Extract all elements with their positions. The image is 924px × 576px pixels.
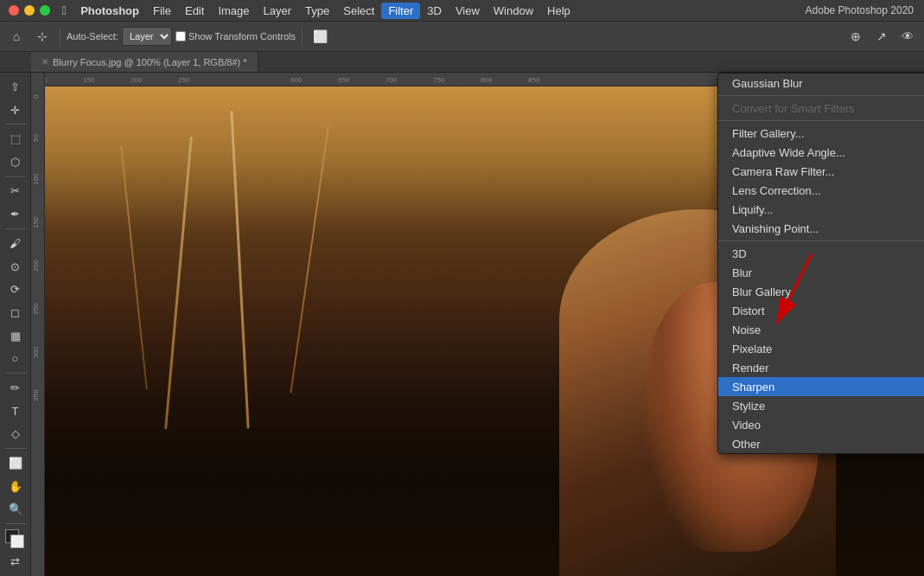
- tab-close-icon[interactable]: ✕: [41, 57, 48, 67]
- gradient-tool[interactable]: ▦: [3, 325, 28, 347]
- history-tool[interactable]: ⟳: [3, 278, 28, 300]
- svg-text:200: 200: [131, 76, 143, 84]
- menu-select[interactable]: Select: [336, 3, 381, 19]
- left-ruler: 0 50 100 150 200 250 300 350: [31, 73, 45, 576]
- eyedrop-tool[interactable]: ✒: [3, 203, 28, 225]
- menu-image[interactable]: Image: [211, 3, 256, 19]
- menu-camera-raw[interactable]: Camera Raw Filter... ⇧⌘A: [718, 162, 924, 181]
- toolbar-separator: [60, 28, 61, 45]
- svg-text:300: 300: [32, 346, 40, 358]
- svg-text:100: 100: [32, 173, 40, 185]
- svg-text:650: 650: [338, 76, 350, 84]
- transform-checkbox[interactable]: [175, 31, 186, 42]
- shape-tool[interactable]: ⬜: [3, 452, 28, 474]
- menu-vanishing-point[interactable]: Vanishing Point... ⌥⌘V: [718, 219, 924, 238]
- svg-rect-11: [31, 73, 45, 576]
- menu-noise[interactable]: Noise ▶: [718, 320, 924, 339]
- menu-other[interactable]: Other ▶: [718, 434, 924, 453]
- svg-text:200: 200: [32, 259, 40, 272]
- selection-tool[interactable]: ⇧: [3, 76, 28, 98]
- marquee-tool[interactable]: ⬚: [3, 128, 28, 150]
- snap-btn[interactable]: ⊕: [844, 25, 867, 48]
- menu-blur[interactable]: Blur ▶: [718, 263, 924, 282]
- tool-separator-3: [5, 228, 26, 229]
- apple-menu[interactable]: : [55, 3, 73, 17]
- move-tool-btn[interactable]: ⊹: [31, 25, 54, 48]
- app-title: Adobe Photoshop 2020: [806, 4, 924, 16]
- svg-text:350: 350: [32, 389, 40, 401]
- maximize-button[interactable]: [40, 5, 50, 16]
- svg-text:150: 150: [83, 76, 95, 84]
- home-button[interactable]: ⌂: [5, 25, 28, 48]
- tool-separator-1: [5, 124, 26, 125]
- menu-edit[interactable]: Edit: [178, 3, 211, 19]
- menu-pixelate[interactable]: Pixelate ▶: [718, 339, 924, 358]
- menu-layer[interactable]: Layer: [257, 3, 299, 19]
- hand-tool[interactable]: ✋: [3, 476, 28, 497]
- document-tab[interactable]: ✕ Blurry Focus.jpg @ 100% (Layer 1, RGB/…: [31, 52, 258, 72]
- menu-separator-3: [718, 240, 924, 241]
- menu-separator-2: [718, 120, 924, 121]
- menu-view[interactable]: View: [449, 3, 487, 19]
- menu-render[interactable]: Render ▶: [718, 358, 924, 377]
- menu-distort[interactable]: Distort ▶: [718, 301, 924, 320]
- text-tool[interactable]: T: [3, 400, 28, 422]
- menu-gaussian-blur[interactable]: Gaussian Blur ^⌘F: [718, 74, 924, 93]
- pen-tool[interactable]: ✏: [3, 377, 28, 399]
- menu-filter[interactable]: Filter: [381, 3, 420, 19]
- align-btn[interactable]: ⬜: [309, 25, 331, 48]
- svg-text:0: 0: [32, 94, 40, 99]
- menu-stylize[interactable]: Stylize ▶: [718, 396, 924, 415]
- menu-video[interactable]: Video ▶: [718, 415, 924, 434]
- menu-help[interactable]: Help: [540, 3, 577, 19]
- eye-btn[interactable]: 👁: [896, 25, 919, 48]
- menu-window[interactable]: Window: [487, 3, 540, 19]
- menu-filter-gallery[interactable]: Filter Gallery...: [718, 124, 924, 143]
- menu-file[interactable]: File: [146, 3, 178, 19]
- title-bar:  Photoshop File Edit Image Layer Type S…: [0, 0, 924, 21]
- svg-text:250: 250: [32, 303, 40, 315]
- menu-photoshop[interactable]: Photoshop: [73, 3, 146, 19]
- lasso-tool[interactable]: ⬡: [3, 151, 28, 173]
- menu-adaptive-wide[interactable]: Adaptive Wide Angle... ⌥⇧⌘A: [718, 143, 924, 162]
- eraser-tool[interactable]: ◻: [3, 302, 28, 323]
- path-tool[interactable]: ◇: [3, 424, 28, 445]
- menu-blur-gallery[interactable]: Blur Gallery ▶: [718, 282, 924, 301]
- crop-tool[interactable]: ✂: [3, 181, 28, 202]
- svg-text:250: 250: [178, 76, 190, 84]
- menu-3d[interactable]: 3D: [420, 3, 449, 19]
- move-tool[interactable]: ✛: [3, 99, 28, 121]
- transform-label: Show Transform Controls: [188, 31, 296, 42]
- options-toolbar: ⌂ ⊹ Auto-Select: Layer Show Transform Co…: [0, 21, 924, 52]
- zoom-tool[interactable]: 🔍: [3, 499, 28, 521]
- foreground-bg-swap[interactable]: ⇄: [3, 551, 28, 573]
- tab-filename: Blurry Focus.jpg @ 100% (Layer 1, RGB/8#…: [53, 57, 247, 67]
- layer-select[interactable]: Layer: [122, 27, 172, 46]
- auto-select-label: Auto-Select:: [67, 31, 118, 42]
- menu-type[interactable]: Type: [298, 3, 336, 19]
- tool-separator-2: [5, 176, 26, 177]
- toolbar-separator-2: [302, 28, 303, 45]
- main-area: ⇧ ✛ ⬚ ⬡ ✂ ✒ 🖌 ⊙ ⟳ ◻ ▦ ○ ✏ T ◇ ⬜ ✋ 🔍 ⇄ 10…: [0, 73, 924, 576]
- tool-separator-5: [5, 448, 26, 449]
- tool-separator-4: [5, 373, 26, 374]
- tool-separator-6: [5, 523, 26, 524]
- dodge-tool[interactable]: ○: [3, 349, 28, 370]
- left-toolbar: ⇧ ✛ ⬚ ⬡ ✂ ✒ 🖌 ⊙ ⟳ ◻ ▦ ○ ✏ T ◇ ⬜ ✋ 🔍 ⇄: [0, 73, 31, 576]
- svg-text:600: 600: [290, 76, 303, 84]
- share-btn[interactable]: ↗: [870, 25, 893, 48]
- minimize-button[interactable]: [24, 5, 35, 16]
- menu-lens-correction[interactable]: Lens Correction... ⇧⌘R: [718, 181, 924, 200]
- clone-tool[interactable]: ⊙: [3, 256, 28, 278]
- svg-text:850: 850: [528, 76, 540, 84]
- filter-dropdown: Gaussian Blur ^⌘F Convert for Smart Filt…: [717, 73, 924, 454]
- close-button[interactable]: [9, 5, 19, 16]
- menu-sharpen[interactable]: Sharpen ▶ Shake Reduction... Sharpen Sha…: [718, 377, 924, 396]
- svg-text:750: 750: [433, 76, 445, 84]
- menu-separator-1: [718, 95, 924, 96]
- traffic-lights: [0, 5, 50, 16]
- tab-bar: ✕ Blurry Focus.jpg @ 100% (Layer 1, RGB/…: [0, 52, 924, 73]
- menu-liquify[interactable]: Liquify... ⇧⌘X: [718, 200, 924, 219]
- menu-3d[interactable]: 3D ▶: [718, 244, 924, 263]
- brush-tool[interactable]: 🖌: [3, 233, 28, 254]
